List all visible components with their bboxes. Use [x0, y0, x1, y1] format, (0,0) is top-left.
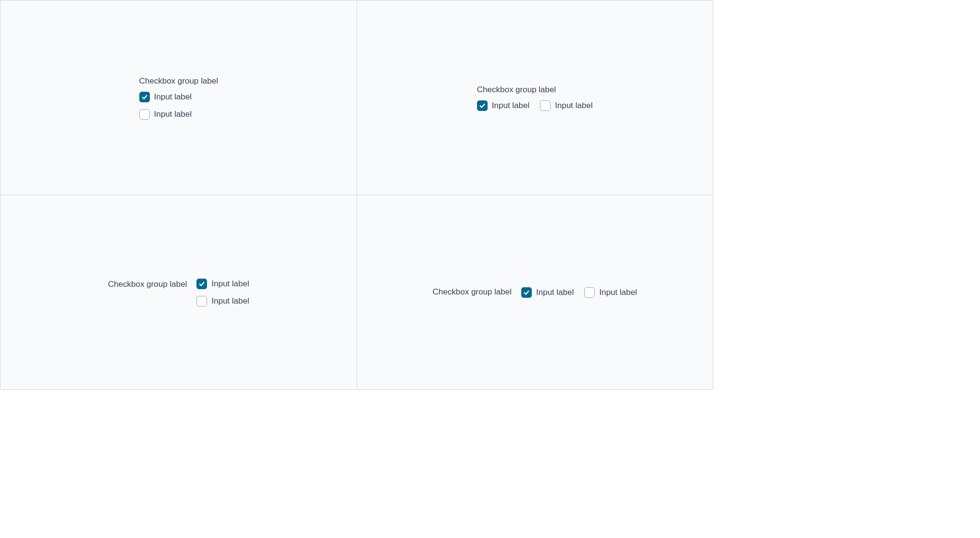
checkbox-group-label: Checkbox group label	[139, 76, 218, 86]
checkbox-label: Input label	[154, 92, 192, 102]
checkbox-label: Input label	[599, 288, 637, 297]
check-icon	[198, 281, 205, 287]
checkbox-input-checked[interactable]	[196, 279, 207, 289]
checkbox-item[interactable]: Input label	[477, 100, 529, 111]
checkbox-item[interactable]: Input label	[139, 109, 192, 120]
checkbox-input-checked[interactable]	[477, 100, 488, 111]
checkbox-label: Input label	[536, 288, 574, 297]
checkbox-label: Input label	[211, 296, 249, 306]
checkbox-label: Input label	[211, 279, 249, 289]
layout-grid: Checkbox group label Input label Input l…	[0, 0, 713, 390]
checkbox-options: Input label Input label	[521, 287, 637, 298]
quadrant-2: Checkbox group label Input label Input l…	[357, 0, 713, 195]
checkbox-item[interactable]: Input label	[139, 92, 192, 102]
checkbox-label: Input label	[154, 110, 192, 119]
checkbox-item[interactable]: Input label	[584, 287, 637, 298]
checkbox-item[interactable]: Input label	[196, 279, 249, 289]
checkbox-group-label: Checkbox group label	[433, 287, 512, 297]
checkbox-input-unchecked[interactable]	[196, 296, 207, 306]
checkbox-group: Checkbox group label Input label Input l…	[139, 76, 218, 119]
check-icon	[479, 102, 486, 109]
checkbox-input-unchecked[interactable]	[540, 100, 551, 111]
checkbox-item[interactable]: Input label	[521, 287, 574, 298]
checkbox-input-checked[interactable]	[139, 92, 150, 102]
checkbox-label: Input label	[555, 101, 592, 110]
checkbox-item[interactable]: Input label	[196, 296, 249, 306]
checkbox-input-unchecked[interactable]	[584, 287, 595, 298]
checkbox-group-label: Checkbox group label	[477, 85, 593, 95]
checkbox-input-unchecked[interactable]	[139, 109, 150, 120]
checkbox-group: Checkbox group label Input label Input l…	[477, 85, 593, 110]
checkbox-options: Input label Input label	[139, 92, 192, 120]
check-icon	[523, 289, 530, 296]
quadrant-1: Checkbox group label Input label Input l…	[0, 0, 357, 195]
checkbox-group: Checkbox group label Input label Input l…	[433, 287, 637, 297]
checkbox-options: Input label Input label	[196, 279, 249, 306]
quadrant-4: Checkbox group label Input label Input l…	[357, 195, 713, 390]
checkbox-group-label: Checkbox group label	[108, 279, 187, 290]
checkbox-group: Checkbox group label Input label Input l…	[108, 279, 249, 306]
checkbox-input-checked[interactable]	[521, 287, 532, 298]
checkbox-label: Input label	[492, 101, 529, 110]
check-icon	[141, 94, 148, 100]
quadrant-3: Checkbox group label Input label Input l…	[0, 195, 357, 390]
checkbox-item[interactable]: Input label	[540, 100, 592, 111]
checkbox-options: Input label Input label	[477, 100, 593, 111]
